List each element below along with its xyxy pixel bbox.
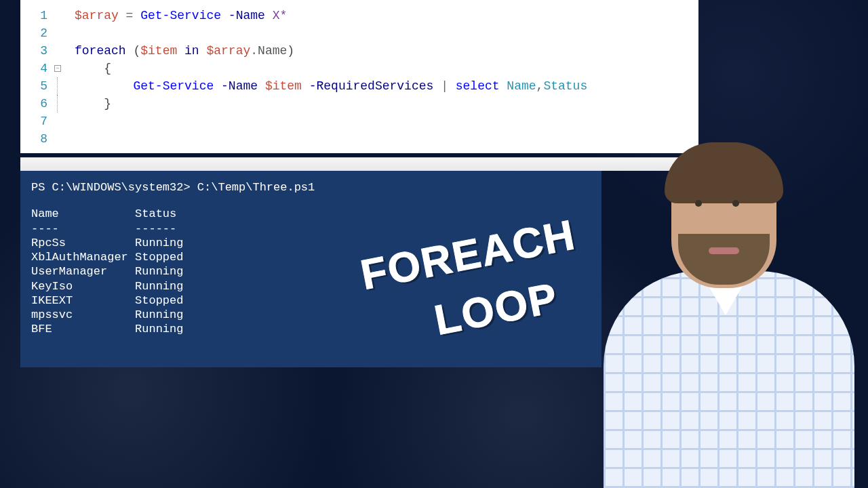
code-line[interactable]: 3 foreach ($item in $array.Name) <box>20 42 698 60</box>
line-number: 5 <box>20 79 54 93</box>
line-number: 3 <box>20 44 54 58</box>
code-line[interactable]: 1 $array = Get-Service -Name X* <box>20 7 698 24</box>
code-content: $array = Get-Service -Name X* <box>75 9 287 22</box>
code-line[interactable]: 4 − { <box>20 60 698 77</box>
code-line[interactable]: 6 } <box>20 95 698 113</box>
code-content: foreach ($item in $array.Name) <box>75 44 294 58</box>
presenter-eye <box>695 200 702 207</box>
line-number: 6 <box>20 97 54 110</box>
code-content: { <box>75 62 111 75</box>
fold-gutter <box>54 95 75 113</box>
line-number: 8 <box>20 132 54 146</box>
line-number: 7 <box>20 115 54 128</box>
code-line[interactable]: 5 Get-Service -Name $item -RequiredServi… <box>20 77 698 95</box>
presenter-eye <box>732 200 739 207</box>
table-header: Name Status <box>31 207 591 221</box>
fold-gutter <box>54 77 75 95</box>
presenter-mouth <box>709 247 739 254</box>
line-number: 4 <box>20 62 54 75</box>
presenter-hair <box>665 142 783 203</box>
fold-gutter[interactable]: − <box>54 65 75 72</box>
code-content: Get-Service -Name $item -RequiredService… <box>75 79 587 93</box>
presenter-photo <box>590 129 868 488</box>
code-content: } <box>75 97 111 110</box>
fold-collapse-icon[interactable]: − <box>54 65 61 72</box>
script-path: C:\Temp\Three.ps1 <box>197 181 315 194</box>
line-number: 2 <box>20 26 54 40</box>
code-line[interactable]: 2 <box>20 24 698 42</box>
terminal-prompt: PS C:\WINDOWS\system32> C:\Temp\Three.ps… <box>31 180 591 195</box>
code-line[interactable]: 7 <box>20 113 698 130</box>
line-number: 1 <box>20 9 54 22</box>
